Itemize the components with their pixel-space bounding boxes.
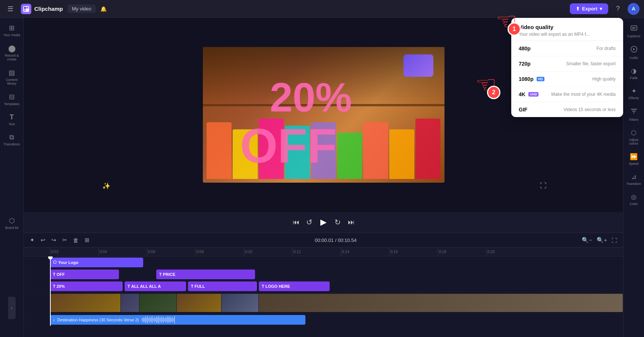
sidebar-item-your-media[interactable]: ⊞ Your media <box>1 21 22 40</box>
add-to-timeline-button[interactable]: ⊞ <box>83 235 91 245</box>
rs-item-captions[interactable]: Captions <box>624 21 644 41</box>
logo-chip[interactable]: ⬡ Your Logo <box>50 258 143 267</box>
quality-option-gif[interactable]: GIF Videos 15 seconds or less <box>511 102 623 117</box>
redo-button[interactable]: ↪ <box>50 235 58 245</box>
fit-button[interactable]: ⛶ <box>610 235 619 245</box>
topbar: ☰ Clipchamp My video 🔔 ⬆ Export ▾ ? A <box>0 0 644 18</box>
video-thumb-5 <box>222 294 259 312</box>
quality-option-480p[interactable]: 480p For drafts <box>511 41 623 56</box>
video-strip[interactable] <box>50 294 623 312</box>
ruler-mark-018: 0:18 <box>438 248 486 256</box>
rs-item-audio[interactable]: Audio <box>624 42 644 63</box>
audio-note-icon: ♪ <box>53 318 55 322</box>
logo-track-row: ⬡ Your Logo <box>24 256 623 268</box>
delete-button[interactable]: 🗑 <box>72 236 80 245</box>
chip-full[interactable]: T FULL <box>188 281 257 291</box>
chip-allall[interactable]: T ALL ALL ALL A <box>125 281 186 291</box>
skip-back-button[interactable]: ⏮ <box>289 215 303 229</box>
quality-4k-label: 4K <box>519 91 525 97</box>
quality-480p-left: 480p <box>519 45 531 51</box>
chip-logo-here[interactable]: T LOGO HERE <box>259 281 330 291</box>
rs-item-speed[interactable]: ⏩ Speed <box>624 150 644 168</box>
audio-track-title: Destination Happiness (30 Seconds Verse … <box>57 318 139 322</box>
video-title[interactable]: My video <box>67 4 96 13</box>
help-button[interactable]: ? <box>612 3 624 15</box>
sidebar-label-templates: Templates <box>4 102 19 106</box>
quality-480p-desc: For drafts <box>597 46 616 51</box>
quality-1080p-desc: High quality <box>592 76 616 82</box>
sidebar-collapse-button[interactable]: ‹ <box>8 297 16 319</box>
sidebar-item-brand-kit[interactable]: ⬡ Brand kit <box>1 214 22 233</box>
sidebar-item-templates[interactable]: ⊟ Templates <box>1 90 22 109</box>
forward-button[interactable]: ↻ <box>331 215 345 229</box>
captions-label: Captions <box>627 34 641 38</box>
cut-button[interactable]: ✂ <box>61 235 69 245</box>
sidebar-item-transitions[interactable]: ⧉ Transitions <box>1 130 22 149</box>
quality-option-720p[interactable]: 720p Smaller file, faster export <box>511 56 623 72</box>
quality-4k-left: 4K UHD <box>519 91 538 97</box>
sidebar-label-your-media: Your media <box>3 33 20 37</box>
skip-forward-button[interactable]: ⏭ <box>345 215 358 229</box>
rs-item-color[interactable]: ◎ Color <box>624 190 644 209</box>
export-button[interactable]: ⬆ Export ▾ <box>570 3 608 14</box>
quality-gif-desc: Videos 15 seconds or less <box>563 107 616 112</box>
playback-controls: ⏮ ↺ ▶ ↻ ⏭ <box>24 212 623 233</box>
quality-4k-badge: UHD <box>528 92 539 97</box>
color-icon: ◎ <box>631 193 637 201</box>
undo-button[interactable]: ↩ <box>39 235 47 245</box>
sidebar-item-record[interactable]: ⬤ Record &create <box>1 41 22 64</box>
chip-logo-here-label: LOGO HERE <box>266 284 290 289</box>
rs-item-transition[interactable]: ⊿ Transition <box>624 170 644 189</box>
fullscreen-button[interactable]: ⛶ <box>540 182 547 190</box>
sidebar-item-content[interactable]: ▤ Contentlibrary <box>1 66 22 88</box>
zoom-out-button[interactable]: 🔍− <box>580 235 594 245</box>
brand-kit-icon: ⬡ <box>9 217 15 225</box>
audio-track-content[interactable]: ♪ Destination Happiness (30 Seconds Vers… <box>50 315 305 325</box>
chip-20pct[interactable]: T 20% <box>50 281 123 291</box>
playhead[interactable] <box>50 256 51 326</box>
magic-edit-button[interactable]: ✨ <box>102 182 110 190</box>
off-chip[interactable]: T OFF <box>50 270 119 279</box>
ruler-mark-004: 0:04 <box>98 248 147 256</box>
rs-item-filters[interactable]: Filters <box>624 104 644 125</box>
video-canvas: 20% OFF <box>203 47 444 183</box>
quality-option-1080p[interactable]: 1080p HD High quality <box>511 72 623 87</box>
total-time: 00:10.54 <box>338 237 357 243</box>
sidebar-label-transitions: Transitions <box>4 142 20 146</box>
menu-button[interactable]: ☰ <box>4 3 16 15</box>
text-track1-content: T OFF T PRICE <box>50 268 623 280</box>
filters-icon <box>630 107 638 117</box>
video-thumb-1 <box>50 294 121 312</box>
quality-4k-desc: Make the most of your 4K media <box>551 92 616 97</box>
record-icon: ⬤ <box>8 44 16 53</box>
ruler-mark-020: 0:20 <box>486 248 535 256</box>
rs-item-adjust-colors[interactable]: ⬡ Adjustcolors <box>624 126 644 148</box>
quality-option-4k[interactable]: 4K UHD Make the most of your 4K media <box>511 87 623 102</box>
price-label: PRICE <box>163 272 176 277</box>
ruler-mark-002: 0:02 <box>50 248 98 256</box>
svg-rect-8 <box>631 109 637 110</box>
sidebar-item-text[interactable]: T Text <box>1 110 22 129</box>
chip-allall-label: ALL ALL ALL A <box>131 284 161 289</box>
video-track-content <box>50 292 623 314</box>
fade-label: Fade <box>630 76 638 80</box>
video-text-off: OFF <box>240 122 337 170</box>
select-tool-button[interactable]: ✦ <box>28 235 36 245</box>
video-logo-box <box>403 54 433 77</box>
rs-item-effects[interactable]: ✦ Effects <box>624 84 644 103</box>
avatar[interactable]: A <box>628 3 640 15</box>
text-track2-content: T 20% T ALL ALL ALL A T FULL T <box>50 280 623 292</box>
quality-title: Video quality <box>519 24 616 30</box>
templates-icon: ⊟ <box>9 93 15 101</box>
your-media-icon: ⊞ <box>9 24 15 32</box>
rewind-button[interactable]: ↺ <box>303 215 316 229</box>
svg-rect-1 <box>24 7 26 9</box>
rs-item-fade[interactable]: ◑ Fade <box>624 64 644 83</box>
play-button[interactable]: ▶ <box>316 215 331 230</box>
quality-480p-label: 480p <box>519 45 531 51</box>
svg-rect-4 <box>631 26 637 30</box>
zoom-in-button[interactable]: 🔍+ <box>595 235 609 245</box>
video-track-row <box>24 292 623 314</box>
chip-20-icon: T <box>53 284 56 289</box>
price-chip[interactable]: T PRICE <box>156 270 255 279</box>
